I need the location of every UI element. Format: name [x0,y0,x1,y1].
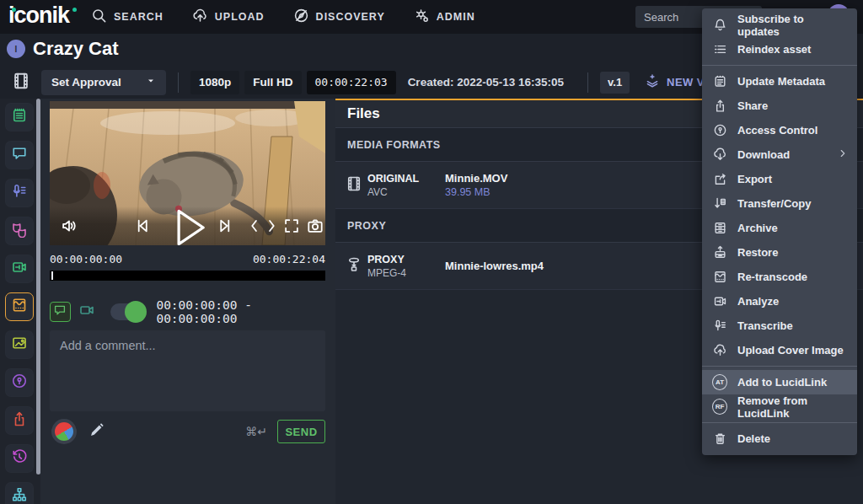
menu-item-update-metadata[interactable]: Update Metadata [702,69,857,94]
transcription-icon [11,183,28,203]
comment-input[interactable] [50,330,325,411]
menu-item-upload-cover-image[interactable]: Upload Cover Image [702,338,857,362]
file-name: Minnie.MOV [445,172,703,185]
menu-item-analyze[interactable]: Analyze [702,289,857,314]
prev-frame-button[interactable] [132,217,151,235]
duration-badge: 00:00:22:03 [307,71,396,94]
step-forward-icon[interactable] [262,217,281,235]
player-controls [50,206,325,245]
menu-item-label: Archive [737,222,778,234]
sidebar-item-share[interactable] [5,406,34,435]
sidebar-item-comments[interactable] [5,141,34,169]
nav-item-label: ADMIN [437,11,475,23]
video-comment-icon[interactable] [78,302,95,322]
volume-icon[interactable] [60,217,78,235]
relations-icon [11,486,28,504]
player-panel: 00:00:00:00 00:00:22:04 00:00:00:00 - 00… [40,99,335,504]
step-back-icon[interactable] [245,217,264,235]
menu-item-restore[interactable]: Restore [702,240,857,265]
menu-item-subscribe-to-updates[interactable]: Subscribe to updates [702,13,857,37]
pencil-icon[interactable] [88,422,105,442]
color-wheel-icon[interactable] [51,419,77,444]
menu-item-delete[interactable]: Delete [702,426,857,451]
menu-item-label: Export [737,173,772,185]
nav-item-label: UPLOAD [215,11,265,23]
timecode-in: 00:00:00:00 [50,253,122,265]
access-icon [11,373,28,393]
sidebar-item-relations[interactable] [5,482,34,504]
fullscreen-icon[interactable] [282,217,301,235]
menu-item-label: Upload Cover Image [737,344,844,357]
set-approval-dropdown[interactable]: Set Approval [41,70,166,95]
menu-divider [702,65,857,66]
menu-item-label: Delete [737,432,770,445]
timecode-out: 00:00:22:04 [253,253,325,265]
menu-item-label: Remove from LucidLink [737,394,849,420]
nav-item-upload[interactable]: UPLOAD [192,8,265,26]
sidebar-item-keyframes[interactable] [5,330,34,359]
snapshot-camera-icon[interactable] [306,217,324,235]
menu-divider [702,366,857,367]
menu-item-re-transcode[interactable]: Re-transcode [702,265,857,289]
menu-item-transfer-copy[interactable]: Transfer/Copy [702,191,857,216]
menu-item-transcribe[interactable]: Transcribe [702,314,857,338]
sidebar-item-scenes[interactable] [5,217,34,245]
next-frame-button[interactable] [217,217,235,235]
sidebar-item-analysis[interactable] [5,255,34,283]
menu-item-download[interactable]: Download [702,142,857,167]
file-codec: MPEG-4 [367,267,445,279]
menu-item-archive[interactable]: Archive [702,216,857,240]
file-format-col: ORIGINALAVC [367,173,445,198]
logo-text: iconik [8,3,69,28]
iconik-logo[interactable]: iconik [8,3,69,29]
menu-item-label: Reindex asset [737,43,811,56]
sidebar-item-metadata[interactable] [5,103,34,131]
timeline-scrubber[interactable] [50,271,325,281]
export-icon [712,172,727,187]
menu-item-share[interactable]: Share [702,94,857,118]
nav-item-search[interactable]: SEARCH [91,8,163,26]
menu-item-remove-from-lucidlink[interactable]: RFRemove from LucidLink [702,394,857,419]
sidebar-item-history[interactable] [5,444,34,473]
file-name-col: Minnie-lowres.mp4 [445,260,703,272]
play-button[interactable] [163,203,212,245]
send-button[interactable]: SEND [277,420,325,443]
timecode-toggle[interactable] [110,303,144,320]
nav-items: SEARCHUPLOADDISCOVERYADMIN [91,8,504,26]
nav-item-label: DISCOVERY [316,11,385,23]
transcode-icon [11,297,28,317]
nav-item-discovery[interactable]: DISCOVERY [293,8,385,26]
segment-range: 00:00:00:00 - 00:00:00:00 [156,298,325,325]
nav-item-admin[interactable]: ADMIN [414,8,475,26]
created-timestamp: Created: 2022-05-13 16:35:05 [408,76,564,88]
metadata-icon [11,107,28,127]
menu-item-reindex-asset[interactable]: Reindex asset [702,37,857,62]
toggle-knob [125,301,147,323]
metadata-icon [712,74,727,89]
playhead[interactable] [51,271,53,280]
sidebar-item-access[interactable] [5,368,34,397]
menu-item-access-control[interactable]: Access Control [702,118,857,142]
list-icon [712,42,727,57]
file-name-col: Minnie.MOV39.95 MB [445,172,703,198]
divider [587,72,588,93]
sidebar-item-transcription[interactable] [5,179,34,207]
compass-icon [293,8,309,26]
menu-item-export[interactable]: Export [702,167,857,191]
comment-actions: ⌘↵ SEND [50,419,325,444]
format-badge: Full HD [244,71,301,94]
sidebar-item-transcode[interactable] [5,292,34,321]
video-frame[interactable] [50,101,325,245]
asset-initial-badge: I [7,40,25,58]
menu-item-add-to-lucidlink[interactable]: ATAdd to LucidLink [702,370,857,394]
trash-icon [712,432,727,447]
chevron-down-icon [146,76,156,88]
format-badge: 1080p [190,71,239,94]
analysis-icon [11,259,28,279]
asset-context-menu: Subscribe to updatesReindex assetUpdate … [702,8,857,455]
comment-mode-button[interactable] [50,302,71,322]
history-icon [11,448,28,469]
menu-item-label: Transcribe [737,319,793,332]
nav-item-label: SEARCH [114,11,163,23]
timecode-row: 00:00:00:00 00:00:22:04 [50,253,325,265]
